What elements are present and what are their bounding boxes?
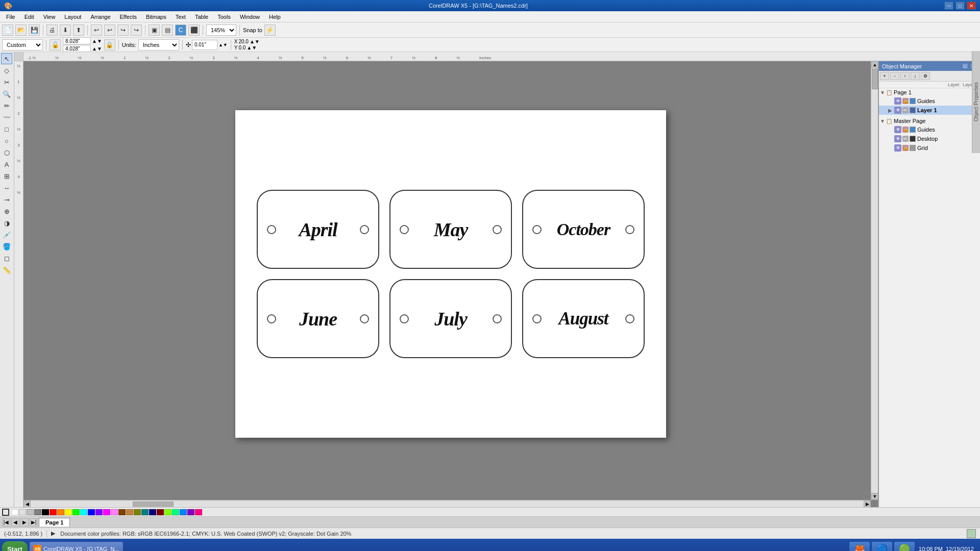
maximize-button[interactable]: □ xyxy=(955,2,965,10)
desktop-lock[interactable]: ✏ xyxy=(902,136,909,142)
redo2-button[interactable]: ↪ xyxy=(131,24,142,36)
color-rose[interactable] xyxy=(195,509,202,515)
eyedropper-tool[interactable]: 💉 xyxy=(1,229,12,240)
style-dropdown[interactable]: Custom xyxy=(2,39,43,51)
tag-card-august[interactable]: August xyxy=(522,279,645,358)
taskbar-coreldraw[interactable]: X5 CorelDRAW X5 - [G:\TAG_N... xyxy=(30,542,123,551)
color-red[interactable] xyxy=(50,509,57,515)
ellipse-tool[interactable]: ○ xyxy=(1,135,12,146)
move-down-button[interactable]: ↓ xyxy=(911,72,920,80)
master-guides-visible[interactable]: 👁 xyxy=(894,126,901,133)
tree-master-guides[interactable]: 👁 🔒 Guides xyxy=(879,125,980,134)
undo-button[interactable]: ↩ xyxy=(91,24,102,36)
color-violet[interactable] xyxy=(187,509,194,515)
layer1-visible[interactable]: 👁 xyxy=(894,107,901,114)
color-white[interactable] xyxy=(11,509,18,515)
canvas[interactable]: April May October xyxy=(23,61,878,507)
tree-masterpage[interactable]: ▼ 📋 Master Page xyxy=(879,117,980,125)
view2-button[interactable]: ▤ xyxy=(162,24,173,36)
export-button[interactable]: ⬆ xyxy=(73,24,84,36)
menu-view[interactable]: View xyxy=(39,13,60,21)
color-sky[interactable] xyxy=(180,509,187,515)
redo-button[interactable]: ↪ xyxy=(117,24,129,36)
color-olive[interactable] xyxy=(134,509,141,515)
expand-masterpage[interactable]: ▼ xyxy=(880,118,886,124)
menu-window[interactable]: Window xyxy=(236,13,264,21)
import-button[interactable]: ⬇ xyxy=(60,24,71,36)
firefox-taskbar-btn[interactable]: 🦊 xyxy=(849,542,870,551)
outline-tool[interactable]: ◻ xyxy=(1,253,12,264)
save-button[interactable]: 💾 xyxy=(29,24,40,36)
page-next-button[interactable]: ▶ xyxy=(20,518,29,527)
scroll-thumb-h[interactable] xyxy=(133,502,174,507)
app3-taskbar-btn[interactable]: 🟢 xyxy=(894,542,915,551)
polygon-tool[interactable]: ⬡ xyxy=(1,147,12,158)
select-tool[interactable]: ↖ xyxy=(1,53,12,64)
expand-layer1[interactable]: ▶ xyxy=(888,108,894,113)
no-fill-swatch[interactable] xyxy=(2,509,9,516)
tree-page1[interactable]: ▼ 📋 Page 1 xyxy=(879,88,980,96)
start-button[interactable]: Start xyxy=(2,541,28,551)
print-button[interactable]: 🖨 xyxy=(46,24,58,36)
color-button[interactable]: C xyxy=(175,24,186,36)
tree-desktop[interactable]: 👁 ✏ Desktop xyxy=(879,134,980,143)
color-orange[interactable] xyxy=(57,509,64,515)
tree-grid[interactable]: 👁 🔒 Grid xyxy=(879,143,980,153)
scroll-right-button[interactable]: ▶ xyxy=(864,500,871,508)
layer1-lock[interactable]: ✏ xyxy=(902,107,909,113)
guides1-visible[interactable]: 👁 xyxy=(894,97,901,105)
side-panel-tab[interactable]: Object Properties xyxy=(972,61,980,153)
width-lock-button[interactable]: 🔓 xyxy=(50,39,61,51)
color-black[interactable] xyxy=(42,509,49,515)
close-button[interactable]: ✕ xyxy=(967,2,976,10)
freehand-tool[interactable]: ✏ xyxy=(1,100,12,111)
page-first-button[interactable]: |◀ xyxy=(2,518,10,527)
menu-file[interactable]: File xyxy=(2,13,19,21)
menu-bitmaps[interactable]: Bitmaps xyxy=(142,13,170,21)
new-button[interactable]: 📄 xyxy=(2,24,13,36)
tag-card-june[interactable]: June xyxy=(257,279,379,358)
color2-button[interactable]: ⬛ xyxy=(188,24,200,36)
nudge-input[interactable] xyxy=(192,40,217,50)
panel-float-button[interactable]: ◱ xyxy=(962,63,969,69)
rectangle-tool[interactable]: □ xyxy=(1,123,12,135)
color-green[interactable] xyxy=(72,509,80,515)
scroll-up-button[interactable]: ▲ xyxy=(871,61,878,68)
width-input[interactable] xyxy=(63,37,91,44)
dimension-tool[interactable]: ↔ xyxy=(1,182,12,193)
tag-card-may[interactable]: May xyxy=(389,190,512,269)
color-lime[interactable] xyxy=(164,509,172,515)
menu-effects[interactable]: Effects xyxy=(116,13,141,21)
zoom-select[interactable]: 145% 100% 200% xyxy=(206,24,236,36)
menu-tools[interactable]: Tools xyxy=(213,13,235,21)
scroll-left-button[interactable]: ◀ xyxy=(23,500,31,508)
hscrollbar[interactable]: ◀ ▶ xyxy=(23,500,871,507)
grid-visible[interactable]: 👁 xyxy=(894,144,901,152)
menu-help[interactable]: Help xyxy=(265,13,285,21)
color-lightgray[interactable] xyxy=(19,509,26,515)
crop-tool[interactable]: ✂ xyxy=(1,77,12,88)
menu-text[interactable]: Text xyxy=(172,13,190,21)
expand-page1[interactable]: ▼ xyxy=(880,90,886,95)
color-brown[interactable] xyxy=(118,509,126,515)
color-navy[interactable] xyxy=(149,509,156,515)
ruler-tool[interactable]: 📏 xyxy=(1,264,12,276)
vscrollbar[interactable]: ▲ ▼ xyxy=(871,61,878,500)
menu-table[interactable]: Table xyxy=(191,13,212,21)
page-prev-button[interactable]: ◀ xyxy=(11,518,19,527)
master-guides-lock[interactable]: 🔒 xyxy=(902,127,909,133)
expand-coords-button[interactable]: ▶ xyxy=(51,530,56,537)
color-yellow[interactable] xyxy=(65,509,72,515)
menu-edit[interactable]: Edit xyxy=(20,13,38,21)
color-teal[interactable] xyxy=(141,509,149,515)
chrome-taskbar-btn[interactable]: 🔵 xyxy=(872,542,892,551)
smart-draw-tool[interactable]: 〰 xyxy=(1,112,12,123)
units-dropdown[interactable]: Inches mm cm xyxy=(138,39,179,51)
fill-tool[interactable]: 🪣 xyxy=(1,241,12,252)
new-layer-button[interactable]: + xyxy=(880,72,889,80)
layer-settings-button[interactable]: ⚙ xyxy=(921,72,930,80)
tree-layer1[interactable]: ▶ 👁 ✏ Layer 1 xyxy=(879,106,980,115)
minimize-button[interactable]: ─ xyxy=(944,2,953,10)
lock-ratio-button[interactable]: 🔒 xyxy=(104,39,115,51)
tag-card-april[interactable]: April xyxy=(257,190,379,269)
